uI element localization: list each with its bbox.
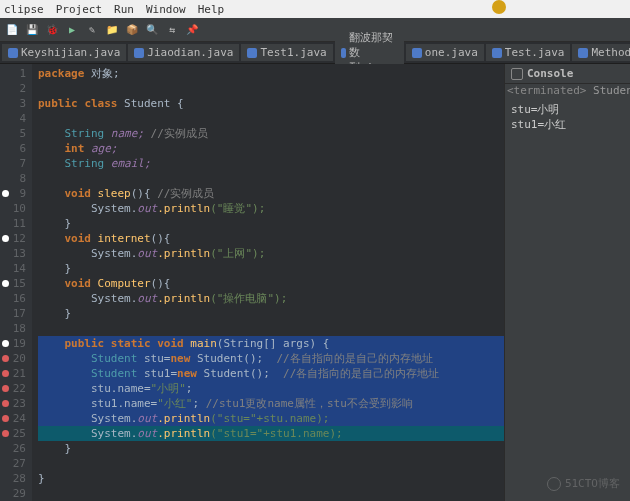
save-icon[interactable]: 💾 bbox=[24, 22, 40, 38]
code-editor[interactable]: 1234 5678 91011 121314 15161718 192021 2… bbox=[0, 64, 504, 501]
eclipse-icon bbox=[492, 0, 506, 14]
menu-project[interactable]: Project bbox=[56, 3, 102, 16]
console-title: Console bbox=[527, 67, 573, 80]
console-panel: Console ✕ <terminated> Student (1) [Java… bbox=[504, 64, 630, 501]
menu-run[interactable]: Run bbox=[114, 3, 134, 16]
java-icon bbox=[134, 48, 144, 58]
pin-icon[interactable]: 📌 bbox=[184, 22, 200, 38]
watermark: 51CTO博客 bbox=[547, 476, 620, 491]
menu-help[interactable]: Help bbox=[198, 3, 225, 16]
folder-icon[interactable]: 📁 bbox=[104, 22, 120, 38]
tab-method[interactable]: Method.java bbox=[572, 44, 630, 61]
console-status: <terminated> Student (1) [Java Appl bbox=[505, 84, 630, 100]
debug-icon[interactable]: 🐞 bbox=[44, 22, 60, 38]
menu-window[interactable]: Window bbox=[146, 3, 186, 16]
editor-tabs: Keyshijian.java Jiaodian.java Test1.java… bbox=[0, 42, 630, 64]
output-line: stu1=小红 bbox=[511, 117, 630, 132]
menu-clipse[interactable]: clipse bbox=[4, 3, 44, 16]
java-icon bbox=[341, 48, 346, 58]
tab-test1[interactable]: Test1.java bbox=[241, 44, 332, 61]
tab-one[interactable]: one.java bbox=[406, 44, 484, 61]
console-header[interactable]: Console ✕ bbox=[505, 64, 630, 84]
edit-icon[interactable]: ✎ bbox=[84, 22, 100, 38]
run-icon[interactable]: ▶ bbox=[64, 22, 80, 38]
console-output: stu=小明 stu1=小红 bbox=[505, 100, 630, 134]
new-icon[interactable]: 📄 bbox=[4, 22, 20, 38]
code-content: package 对象; public class Student { Strin… bbox=[32, 64, 504, 501]
nav-icon[interactable]: ⇆ bbox=[164, 22, 180, 38]
package-icon[interactable]: 📦 bbox=[124, 22, 140, 38]
java-icon bbox=[247, 48, 257, 58]
search-icon[interactable]: 🔍 bbox=[144, 22, 160, 38]
output-line: stu=小明 bbox=[511, 102, 630, 117]
tab-jiaodian[interactable]: Jiaodian.java bbox=[128, 44, 239, 61]
tab-test[interactable]: Test.java bbox=[486, 44, 571, 61]
tab-keyshijian[interactable]: Keyshijian.java bbox=[2, 44, 126, 61]
line-gutter: 1234 5678 91011 121314 15161718 192021 2… bbox=[0, 64, 32, 501]
java-icon bbox=[8, 48, 18, 58]
logo-icon bbox=[547, 477, 561, 491]
java-icon bbox=[578, 48, 588, 58]
java-icon bbox=[492, 48, 502, 58]
console-icon bbox=[511, 68, 523, 80]
menu-bar: clipse Project Run Window Help bbox=[0, 0, 630, 18]
toolbar: 📄 💾 🐞 ▶ ✎ 📁 📦 🔍 ⇆ 📌 bbox=[0, 18, 630, 42]
java-icon bbox=[412, 48, 422, 58]
